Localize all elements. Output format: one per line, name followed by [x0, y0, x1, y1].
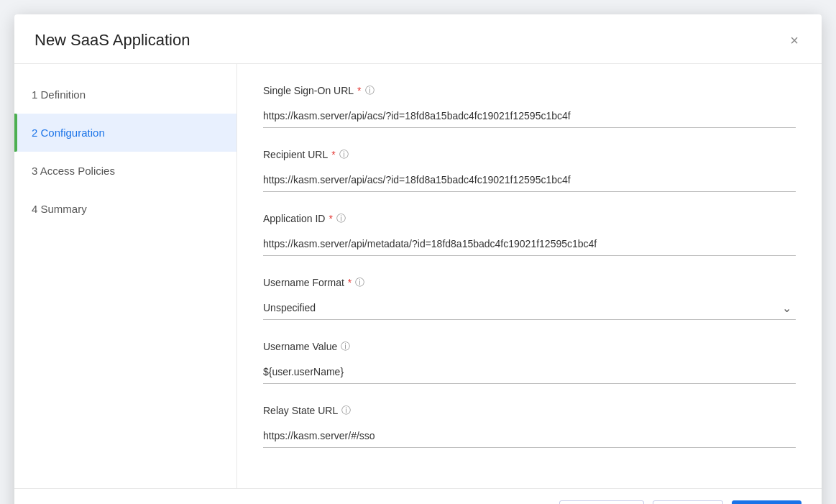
next-button[interactable]: NEXT [732, 500, 801, 504]
input-username-value[interactable] [263, 360, 796, 384]
cancel-button[interactable]: CANCEL [559, 500, 644, 504]
sidebar-item-label-3: 3 Access Policies [32, 165, 115, 177]
sidebar-item-summary[interactable]: 4 Summary [14, 190, 236, 228]
new-saas-modal: New SaaS Application × 1 Definition 2 Co… [14, 14, 822, 504]
required-star-recipient: * [331, 149, 335, 160]
form-content: Single Sign-On URL * ⓘ Recipient URL * ⓘ… [237, 64, 822, 488]
back-button[interactable]: BACK [653, 500, 723, 504]
label-relay-state-url: Relay State URL ⓘ [263, 404, 796, 417]
field-username-value: Username Value ⓘ [263, 340, 796, 384]
info-icon-recipient: ⓘ [339, 148, 349, 161]
label-username-value: Username Value ⓘ [263, 340, 796, 353]
modal-header: New SaaS Application × [14, 14, 822, 64]
input-relay-state-url[interactable] [263, 424, 796, 448]
select-wrapper-username-format: Unspecified Email Address Persistent Tra… [263, 296, 796, 320]
required-star-format: * [348, 277, 352, 288]
field-sso-url: Single Sign-On URL * ⓘ [263, 84, 796, 128]
modal-body: 1 Definition 2 Configuration 3 Access Po… [14, 64, 822, 488]
modal-title: New SaaS Application [35, 31, 190, 50]
sidebar: 1 Definition 2 Configuration 3 Access Po… [14, 64, 237, 488]
required-star-appid: * [329, 213, 332, 224]
input-sso-url[interactable] [263, 104, 796, 128]
info-icon-format: ⓘ [355, 276, 364, 289]
sidebar-item-definition[interactable]: 1 Definition [14, 75, 236, 114]
label-sso-url: Single Sign-On URL * ⓘ [263, 84, 796, 97]
sidebar-item-label-4: 4 Summary [32, 203, 87, 215]
sidebar-item-label-1: 1 Definition [32, 88, 86, 101]
info-icon-username-value: ⓘ [341, 340, 350, 353]
field-recipient-url: Recipient URL * ⓘ [263, 148, 796, 192]
info-icon-sso: ⓘ [365, 84, 375, 97]
field-relay-state-url: Relay State URL ⓘ [263, 404, 796, 448]
label-application-id: Application ID * ⓘ [263, 212, 796, 225]
required-star-sso: * [357, 85, 361, 96]
close-button[interactable]: × [787, 30, 801, 50]
input-recipient-url[interactable] [263, 168, 796, 192]
label-recipient-url: Recipient URL * ⓘ [263, 148, 796, 161]
info-icon-relay: ⓘ [341, 404, 351, 417]
modal-footer: CANCEL BACK NEXT [14, 488, 822, 504]
info-icon-appid: ⓘ [336, 212, 346, 225]
label-username-format: Username Format * ⓘ [263, 276, 796, 289]
sidebar-item-access-policies[interactable]: 3 Access Policies [14, 152, 236, 190]
field-application-id: Application ID * ⓘ [263, 212, 796, 256]
sidebar-item-configuration[interactable]: 2 Configuration [14, 114, 236, 152]
select-username-format[interactable]: Unspecified Email Address Persistent Tra… [263, 296, 796, 319]
sidebar-item-label-2: 2 Configuration [32, 127, 105, 139]
input-application-id[interactable] [263, 232, 796, 256]
field-username-format: Username Format * ⓘ Unspecified Email Ad… [263, 276, 796, 320]
